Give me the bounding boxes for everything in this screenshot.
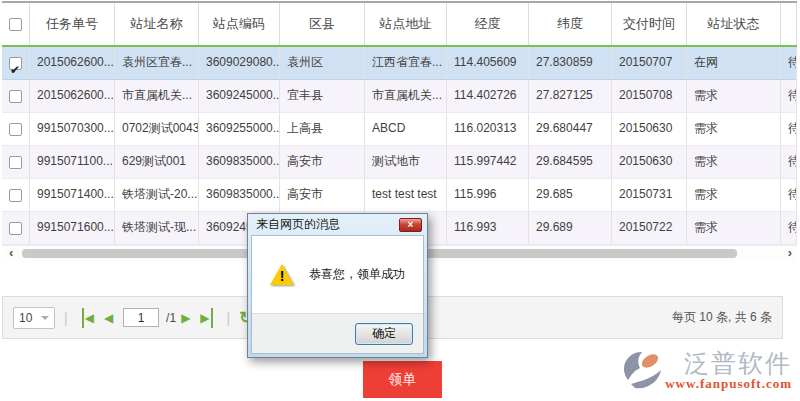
table-cell: 629测试001	[115, 146, 199, 178]
last-page-button[interactable]: ▶	[200, 308, 212, 328]
table-cell: 9915071600...	[30, 212, 115, 244]
chevron-down-icon	[41, 316, 49, 320]
table-cell: 116.020313	[447, 113, 529, 145]
row-checkbox[interactable]	[9, 57, 22, 70]
table-cell: 29.689	[529, 212, 612, 244]
table-cell: 江西省宜春...	[365, 47, 447, 79]
select-all-checkbox[interactable]	[9, 18, 22, 31]
table-cell: 宜丰县	[280, 80, 365, 112]
table-cell: 3609029080...	[199, 47, 280, 79]
table-cell: 116.993	[447, 212, 529, 244]
dialog-message: 恭喜您，领单成功	[309, 266, 405, 283]
first-page-button[interactable]: ◀	[82, 308, 94, 328]
column-header: 站点编码	[199, 3, 280, 45]
page-size-value: 10	[19, 311, 32, 325]
scroll-right-icon[interactable]: ›	[788, 245, 792, 261]
row-checkbox-cell	[2, 212, 30, 244]
table-cell: 待	[781, 146, 797, 178]
table-cell: 115.996	[447, 179, 529, 211]
column-header: 站址名称	[115, 3, 199, 45]
prev-page-button[interactable]: ◀	[104, 308, 113, 328]
column-header: 区县	[280, 3, 365, 45]
table-cell: 20150630	[612, 146, 687, 178]
row-checkbox[interactable]	[9, 222, 22, 235]
row-checkbox-cell	[2, 47, 30, 79]
table-cell: ABCD	[365, 113, 447, 145]
row-checkbox[interactable]	[9, 123, 22, 136]
table-cell: 需求	[687, 113, 781, 145]
table-cell: 2015062600...	[30, 80, 115, 112]
row-checkbox-cell	[2, 146, 30, 178]
table-cell: 测试地市	[365, 146, 447, 178]
claim-order-button[interactable]: 领单	[363, 361, 442, 398]
table-row[interactable]: 2015062600...袁州区宜春...3609029080...袁州区江西省…	[2, 47, 797, 80]
table-row[interactable]: 9915071400...铁塔测试-20...3609835000...高安市t…	[2, 179, 797, 212]
table-cell: 高安市	[280, 179, 365, 211]
divider: |	[227, 310, 231, 326]
table-cell: 114.402726	[447, 80, 529, 112]
brand-website: www.fanpusoft.com	[665, 376, 792, 392]
row-checkbox-cell	[2, 179, 30, 211]
table-cell: 待	[781, 113, 797, 145]
column-header: 经度	[447, 3, 529, 45]
table-cell: 20150630	[612, 113, 687, 145]
close-icon[interactable]: ×	[399, 218, 422, 232]
table-cell: 114.405609	[447, 47, 529, 79]
record-count-summary: 每页 10 条, 共 6 条	[672, 309, 772, 326]
table-cell: 9915070300...	[30, 113, 115, 145]
table-row[interactable]: 2015062600...市直属机关...3609245000...宜丰县市直属…	[2, 80, 797, 113]
column-header: 交付时间	[612, 3, 687, 45]
dialog-content: ! 恭喜您，领单成功 确定	[251, 235, 424, 354]
table-cell: 29.680447	[529, 113, 612, 145]
table-cell: 20150731	[612, 179, 687, 211]
column-header: 纬度	[529, 3, 612, 45]
page-number-input[interactable]	[123, 308, 159, 327]
column-header: 任务单号	[30, 3, 115, 45]
table-cell: 3609245000...	[199, 80, 280, 112]
table-cell: 3609835000...	[199, 179, 280, 211]
scroll-left-icon[interactable]: ‹	[9, 245, 13, 261]
row-checkbox-cell	[2, 80, 30, 112]
row-checkbox[interactable]	[9, 156, 22, 169]
table-row[interactable]: 9915071100...629测试0013609835000...高安市测试地…	[2, 146, 797, 179]
brand-logo: 泛普软件 www.fanpusoft.com	[623, 349, 792, 393]
next-page-button[interactable]: ▶	[181, 308, 190, 328]
table-cell: 上高县	[280, 113, 365, 145]
table-cell: 20150707	[612, 47, 687, 79]
table-cell: 9915071400...	[30, 179, 115, 211]
table-cell: test test test	[365, 179, 447, 211]
column-header: 站址状态	[687, 3, 781, 45]
total-pages-label: /1	[166, 311, 176, 325]
table-cell: 27.830859	[529, 47, 612, 79]
ok-button[interactable]: 确定	[355, 323, 413, 345]
table-row[interactable]: 9915070300...0702测试00433609255000...上高县A…	[2, 113, 797, 146]
row-checkbox-cell	[2, 113, 30, 145]
table-cell: 袁州区宜春...	[115, 47, 199, 79]
table-cell: 需求	[687, 212, 781, 244]
table-cell: 115.997442	[447, 146, 529, 178]
brand-logo-icon	[623, 349, 665, 393]
table-cell: 袁州区	[280, 47, 365, 79]
table-cell: 2015062600...	[30, 47, 115, 79]
row-checkbox[interactable]	[9, 90, 22, 103]
table-cell: 铁塔测试-现...	[115, 212, 199, 244]
webpage-message-dialog: 来自网页的消息 × ! 恭喜您，领单成功 确定	[247, 213, 428, 358]
dialog-titlebar[interactable]: 来自网页的消息 ×	[248, 214, 427, 235]
select-all-header-cell	[2, 3, 30, 45]
brand-company-name: 泛普软件	[684, 349, 792, 377]
column-header	[781, 3, 797, 45]
grid-header-row: 任务单号站址名称站点编码区县站点地址经度纬度交付时间站址状态	[2, 3, 797, 45]
table-cell: 高安市	[280, 146, 365, 178]
table-cell: 市直属机关...	[115, 80, 199, 112]
table-cell: 3609255000...	[199, 113, 280, 145]
table-cell: 20150708	[612, 80, 687, 112]
table-cell: 29.685	[529, 179, 612, 211]
page-size-select[interactable]: 10	[13, 307, 55, 329]
table-cell: 0702测试0043	[115, 113, 199, 145]
table-cell: 需求	[687, 179, 781, 211]
table-cell: 在网	[687, 47, 781, 79]
column-header: 站点地址	[365, 3, 447, 45]
table-cell: 市直属机关...	[365, 80, 447, 112]
row-checkbox[interactable]	[9, 189, 22, 202]
dialog-message-area: ! 恭喜您，领单成功	[252, 236, 423, 313]
